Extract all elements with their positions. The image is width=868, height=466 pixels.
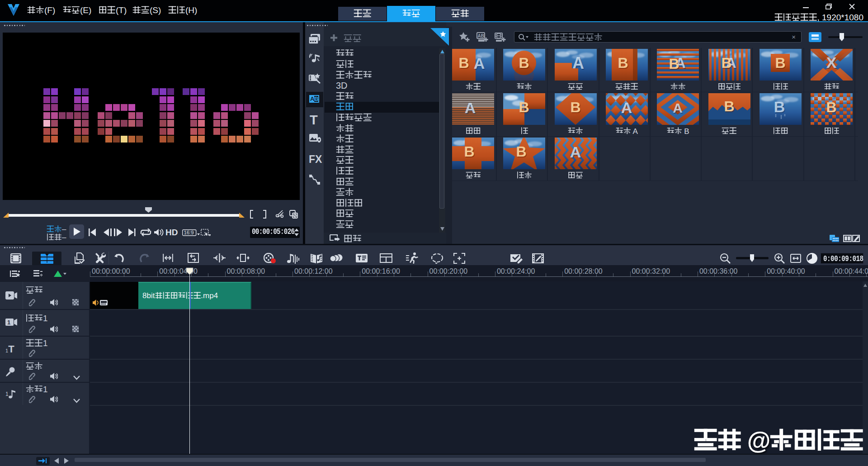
svg-text:B: B: [721, 55, 731, 71]
svg-text:B: B: [464, 143, 474, 160]
svg-text:X: X: [826, 54, 837, 71]
svg-text:B: B: [774, 98, 785, 115]
svg-text:B: B: [724, 98, 734, 114]
svg-text:B: B: [570, 99, 580, 115]
svg-text:B: B: [458, 55, 469, 71]
svg-text:B: B: [519, 99, 529, 115]
svg-text:B: B: [516, 143, 527, 160]
svg-text:B: B: [669, 56, 679, 72]
svg-text:B: B: [826, 99, 837, 115]
svg-text:B: B: [519, 55, 529, 71]
svg-text:A: A: [474, 55, 485, 72]
svg-text:16:9: 16:9: [184, 230, 193, 235]
svg-text:B: B: [775, 55, 785, 71]
svg-text:AB: AB: [478, 33, 484, 38]
svg-text:HD: HD: [165, 228, 178, 236]
svg-text:A: A: [465, 99, 476, 116]
svg-text:A: A: [673, 100, 683, 115]
svg-text:1: 1: [7, 319, 10, 326]
svg-text:A: A: [621, 99, 632, 116]
svg-text:A: A: [570, 143, 581, 161]
svg-text:B: B: [618, 55, 628, 71]
